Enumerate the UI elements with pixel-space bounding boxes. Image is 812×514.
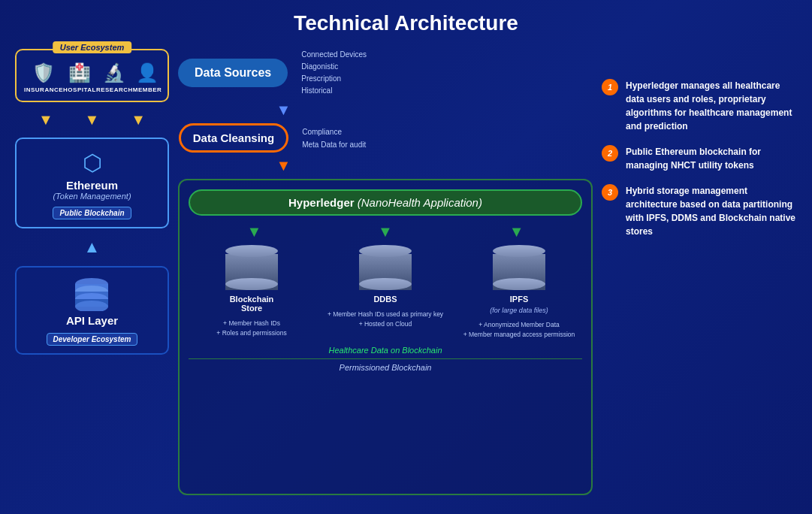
- data-sources-row: Data Sources Connected Devices Diagonist…: [178, 49, 367, 97]
- datasource-to-cleansing-arrow: ▼: [254, 101, 291, 119]
- right-item-2: 2 Public Ethereum blockchain for managin…: [602, 145, 797, 172]
- ethereum-box: ⬡ Ethereum (Token Management) Public Blo…: [15, 138, 169, 228]
- ddbs-label: DDBS: [373, 295, 397, 304]
- ipfs-notes: + Anonymized Member Data + Member manage…: [463, 320, 575, 340]
- ddbs-note-2: + Hosted on Cloud: [328, 319, 443, 329]
- member-icon: 👤: [136, 62, 158, 83]
- arrow-up-blue: ▲: [15, 237, 169, 257]
- ddbs-note-1: + Member Hash IDs used as primary key: [328, 310, 443, 319]
- ds-annotation-2: Diagonistic: [301, 61, 367, 73]
- public-blockchain-badge: Public Blockchain: [53, 207, 131, 219]
- ddbs-item: DDBS + Member Hash IDs used as primary k…: [322, 245, 448, 340]
- blockchain-cylinder: [225, 245, 278, 290]
- hyperledger-title-bar: Hyperledger (NanoHealth Application): [189, 189, 582, 216]
- data-cleansing-row: Data Cleansing Compliance Meta Data for …: [179, 123, 366, 153]
- insurance-icon: 🛡️: [32, 62, 55, 83]
- data-flow-section: Data Sources Connected Devices Diagonist…: [178, 49, 593, 174]
- data-sources-pill: Data Sources: [178, 59, 288, 87]
- ipfs-note-1: + Anonymized Member Data: [463, 320, 575, 330]
- data-sources-label: Data Sources: [195, 66, 271, 79]
- right-text-2: Public Ethereum blockchain for managing …: [626, 145, 797, 172]
- yellow-arrows: ▼ ▼ ▼: [15, 111, 169, 128]
- page: Technical Architecture User Ecosystem 🛡️…: [0, 0, 812, 514]
- cylinder-bottom-3: [493, 278, 545, 290]
- yellow-arrow-2: ▼: [85, 111, 100, 128]
- ipfs-label: IPFS: [510, 295, 528, 304]
- pills-col: Data Sources Connected Devices Diagonist…: [178, 49, 367, 174]
- left-column: User Ecosystem 🛡️ INSURANCE 🏥 HOSPITAL 🔬…: [15, 49, 169, 495]
- green-arrow-2: ▼: [378, 223, 393, 240]
- ipfs-note-2: + Member managed access permission: [463, 330, 575, 340]
- cylinder-bottom-2: [359, 278, 412, 290]
- number-1-text: 1: [608, 83, 612, 92]
- ethereum-subtitle: (Token Management): [24, 192, 160, 201]
- green-arrow-3: ▼: [509, 223, 524, 240]
- cylinder-top-3: [493, 245, 545, 257]
- eco-insurance: 🛡️ INSURANCE: [24, 62, 63, 93]
- page-title: Technical Architecture: [15, 11, 797, 35]
- right-item-1: 1 Hyperledger manages all healthcare dat…: [602, 79, 797, 133]
- permissioned-label: Permissioned Blockchain: [189, 358, 582, 372]
- data-cleansing-label: Data Cleansing: [193, 132, 274, 144]
- hyperledger-box: Hyperledger (NanoHealth Application) ▼ ▼…: [178, 179, 593, 495]
- eco-member: 👤 MEMBER: [133, 62, 162, 93]
- ethereum-title: Ethereum: [24, 179, 160, 192]
- number-3-text: 3: [608, 188, 612, 197]
- user-ecosystem-label: User Ecosystem: [53, 41, 132, 53]
- right-number-2: 2: [602, 145, 618, 162]
- middle-column: Data Sources Connected Devices Diagonist…: [178, 49, 593, 495]
- bc-note-1: + Member Hash IDs: [216, 319, 286, 328]
- green-arrows-row: ▼ ▼ ▼: [189, 223, 582, 240]
- api-title: API Layer: [24, 314, 160, 327]
- ipfs-cylinder: [493, 245, 545, 290]
- yellow-arrow-3: ▼: [131, 111, 146, 128]
- blockchain-store-notes: + Member Hash IDs + Roles and permission…: [216, 319, 286, 338]
- datacleansing-annotations: Compliance Meta Data for audit: [302, 125, 366, 151]
- healthcare-label: Healthcare Data on Blockchain: [189, 346, 582, 355]
- dc-annotation-2: Meta Data for audit: [302, 138, 366, 151]
- eco-hospital: 🏥 HOSPITAL: [63, 62, 96, 93]
- right-text-1-content: Hyperledger manages all healthcare data …: [626, 80, 792, 132]
- hyperledger-title: Hyperledger: [288, 196, 355, 209]
- api-box: API Layer Developer Ecosystem: [15, 266, 169, 355]
- db-stack: [24, 275, 160, 311]
- hyperledger-subtitle: (NanoHealth Application): [358, 196, 482, 209]
- bc-note-2: + Roles and permissions: [216, 328, 286, 338]
- blockchain-store-label: BlockchainStore: [230, 295, 274, 313]
- database-icon: [71, 275, 113, 311]
- data-cleansing-pill: Data Cleansing: [179, 123, 288, 153]
- ddbs-notes: + Member Hash IDs used as primary key + …: [328, 310, 443, 329]
- right-number-1: 1: [602, 79, 618, 95]
- ds-annotation-4: Historical: [301, 85, 367, 97]
- cylinder-top-1: [225, 245, 278, 257]
- right-item-3: 3 Hybrid storage management architecture…: [602, 184, 797, 238]
- ethereum-icon: ⬡: [24, 150, 160, 176]
- right-text-3: Hybrid storage management architecture b…: [626, 184, 797, 238]
- store-row: BlockchainStore + Member Hash IDs + Role…: [189, 245, 582, 340]
- cylinder-top-2: [359, 245, 412, 257]
- ipfs-item: IPFS (for large data files) + Anonymized…: [456, 245, 582, 340]
- user-ecosystem-box: User Ecosystem 🛡️ INSURANCE 🏥 HOSPITAL 🔬…: [15, 49, 169, 102]
- right-text-2-content: Public Ethereum blockchain for managing …: [626, 147, 761, 171]
- right-column: 1 Hyperledger manages all healthcare dat…: [602, 49, 797, 495]
- hospital-label: HOSPITAL: [63, 86, 96, 93]
- cylinder-bottom-1: [225, 278, 278, 290]
- datasource-annotations: Connected Devices Diagonistic Prescripti…: [301, 49, 367, 97]
- cleansing-to-hyperledger-arrow: ▼: [254, 157, 291, 174]
- green-arrow-1: ▼: [246, 223, 261, 240]
- dc-annotation-1: Compliance: [302, 125, 366, 138]
- ds-annotation-1: Connected Devices: [301, 49, 367, 61]
- research-icon: 🔬: [103, 62, 125, 83]
- yellow-arrow-1: ▼: [38, 111, 53, 128]
- ds-annotation-3: Prescription: [301, 73, 367, 85]
- right-text-1: Hyperledger manages all healthcare data …: [626, 79, 797, 133]
- right-text-3-content: Hybrid storage management architecture b…: [626, 186, 795, 237]
- member-label: MEMBER: [133, 86, 162, 93]
- right-number-3: 3: [602, 184, 618, 201]
- ipfs-sublabel: (for large data files): [490, 307, 548, 314]
- ecosystem-icons: 🛡️ INSURANCE 🏥 HOSPITAL 🔬 RESEARCH 👤 MEM…: [24, 62, 160, 93]
- hospital-icon: 🏥: [68, 62, 91, 83]
- eco-research: 🔬 RESEARCH: [96, 62, 133, 93]
- blockchain-store-item: BlockchainStore + Member Hash IDs + Role…: [189, 245, 315, 340]
- ddbs-cylinder: [359, 245, 412, 290]
